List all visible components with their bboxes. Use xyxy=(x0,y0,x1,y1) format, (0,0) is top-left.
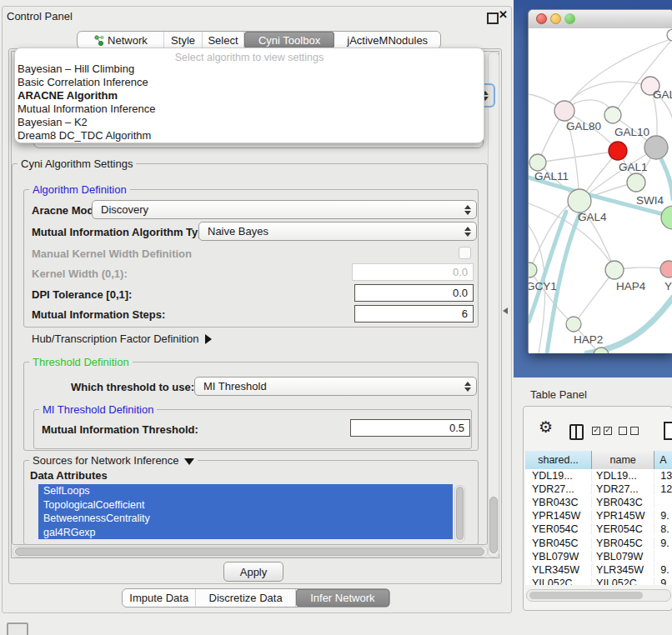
disclosure-right-icon xyxy=(205,334,212,344)
dpi-tolerance-field[interactable]: 0.0 xyxy=(354,284,474,302)
data-attribute-item[interactable]: TopologicalCoefficient xyxy=(38,498,453,512)
table-row[interactable]: YPR145WYPR145W9. xyxy=(525,509,672,522)
settings-vscrollbar[interactable] xyxy=(488,52,499,558)
bottom-left-button[interactable] xyxy=(7,622,28,635)
sources-disclosure[interactable]: Sources for Network Inference xyxy=(29,454,198,467)
network-canvas[interactable]: GAL80GAL10GALGAL1GAL11GAL4SWI4GCY1HAP4YH… xyxy=(529,28,672,353)
window-minimize-light[interactable] xyxy=(550,13,561,24)
sources-title: Sources for Network Inference xyxy=(33,454,179,467)
table-cell: 9. xyxy=(654,538,672,549)
tab-infer-network-label: Infer Network xyxy=(310,592,374,604)
mi-algorithm-type-label: Mutual Information Algorithm Type: xyxy=(32,226,214,238)
network-node[interactable] xyxy=(644,136,668,159)
network-node-y[interactable] xyxy=(660,261,672,278)
control-panel-tabbar: Network Style Select Cyni Toolbox jActiv… xyxy=(77,31,441,49)
manual-kernel-checkbox[interactable] xyxy=(459,247,471,259)
algorithm-option[interactable]: Mutual Information Inference xyxy=(18,102,481,116)
float-window-button[interactable] xyxy=(487,12,499,24)
apply-button[interactable]: Apply xyxy=(223,562,283,582)
tab-jactivemnodules[interactable]: jActiveMNodules xyxy=(334,32,440,48)
tab-discretize-data[interactable]: Discretize Data xyxy=(196,589,295,607)
mi-threshold-label: Mutual Information Threshold: xyxy=(42,423,198,436)
algorithm-option[interactable]: Dream8 DC_TDC Algorithm xyxy=(18,129,481,142)
tab-style[interactable]: Style xyxy=(164,32,203,48)
tab-infer-network[interactable]: Infer Network xyxy=(296,589,389,607)
kernel-width-field[interactable]: 0.0 xyxy=(352,263,474,281)
table-row[interactable]: YIL052CYIL052C9 xyxy=(525,577,672,585)
network-node-gal11[interactable] xyxy=(529,154,546,171)
table-hscrollbar-thumb[interactable] xyxy=(529,592,643,599)
tab-cyni-toolbox[interactable]: Cyni Toolbox xyxy=(244,32,335,48)
table-row[interactable]: YER054CYER054C8. xyxy=(525,522,672,536)
tab-network[interactable]: Network xyxy=(78,32,164,48)
gear-icon[interactable]: ⚙ xyxy=(539,419,553,436)
settings-hscrollbar-thumb[interactable] xyxy=(15,548,484,556)
table-panel-title: Table Panel xyxy=(530,388,587,401)
table-cell: YLR345W xyxy=(592,564,654,576)
mi-steps-label: Mutual Information Steps: xyxy=(32,308,165,321)
network-node[interactable] xyxy=(667,29,672,41)
network-node-gal4[interactable] xyxy=(568,189,591,212)
data-attribute-item[interactable]: SelfLoops xyxy=(38,484,453,498)
attributes-scrollbar-thumb[interactable] xyxy=(456,487,464,540)
panel-collapse-arrow[interactable] xyxy=(503,308,508,314)
table-cell: YIL052C xyxy=(525,578,592,585)
table-row[interactable]: YBR043CYBR043C xyxy=(525,496,672,509)
mi-steps-field[interactable]: 6 xyxy=(354,305,474,322)
deselect-all-icon[interactable] xyxy=(619,427,639,435)
tab-impute-data[interactable]: Impute Data xyxy=(123,589,196,607)
table-row[interactable]: YLR345WYLR345W9. xyxy=(525,563,672,577)
table-panel: ⚙ ✓✓ shared... name A YDL19...YDL19...13… xyxy=(523,406,672,611)
network-node-label: GCY1 xyxy=(529,280,557,292)
dpi-tolerance-label: DPI Tolerance [0,1]: xyxy=(32,288,132,301)
algorithm-option[interactable]: Basic Correlation Inference xyxy=(18,76,481,89)
which-threshold-combobox[interactable]: MI Threshold xyxy=(194,377,477,396)
mi-threshold-field[interactable]: 0.5 xyxy=(350,419,470,437)
network-window-titlebar[interactable] xyxy=(529,10,672,29)
aracne-mode-combobox[interactable]: Discovery xyxy=(92,200,477,219)
settings-hscrollbar[interactable] xyxy=(13,546,488,558)
column-header-shared[interactable]: shared... xyxy=(525,451,592,469)
network-node-gal80[interactable] xyxy=(554,101,574,121)
table-row[interactable]: YDR27...YDR27...12 xyxy=(525,482,672,496)
network-node-label: HAP2 xyxy=(574,333,603,346)
network-view-window: GAL80GAL10GALGAL1GAL11GAL4SWI4GCY1HAP4YH… xyxy=(528,9,672,352)
network-node-gal10[interactable] xyxy=(604,107,621,123)
network-node-gcy1[interactable] xyxy=(529,262,537,278)
network-node-hap2[interactable] xyxy=(566,317,581,332)
table-row[interactable]: YBR045CYBR045C9. xyxy=(525,536,672,549)
tab-select[interactable]: Select xyxy=(203,32,243,48)
table-hscrollbar[interactable] xyxy=(526,589,671,602)
threshold-definition-title: Threshold Definition xyxy=(29,356,133,368)
network-node-hap4[interactable] xyxy=(605,261,624,279)
network-node-swi4[interactable] xyxy=(661,206,672,229)
settings-vscrollbar-thumb[interactable] xyxy=(489,497,498,553)
attributes-scrollbar[interactable] xyxy=(454,485,465,542)
table-row[interactable]: YBL079WYBL079W xyxy=(525,550,672,563)
column-header-partial[interactable]: A xyxy=(654,451,672,469)
network-node-label: GAL xyxy=(653,88,672,101)
algorithm-option[interactable]: Bayesian – Hill Climbing xyxy=(18,62,481,76)
select-all-icon[interactable]: ✓✓ xyxy=(592,427,612,435)
hub-definition-disclosure[interactable]: Hub/Transcription Factor Definition xyxy=(32,332,212,345)
data-attribute-item[interactable]: BetweennessCentrality xyxy=(38,512,453,526)
close-panel-button[interactable]: ✕ xyxy=(499,8,508,21)
algorithm-option[interactable]: ARACNE Algorithm xyxy=(18,89,481,102)
file-icon[interactable] xyxy=(664,422,672,440)
network-node[interactable] xyxy=(609,142,627,160)
table-cell: YER054C xyxy=(592,523,654,535)
window-close-light[interactable] xyxy=(536,13,547,24)
mi-algorithm-type-combobox[interactable]: Naive Bayes xyxy=(198,222,477,241)
column-header-name[interactable]: name xyxy=(592,451,654,469)
data-attribute-item[interactable]: gal4RGexp xyxy=(38,526,453,540)
mi-algorithm-type-value: Naive Bayes xyxy=(208,225,268,238)
tab-jactivemnodules-label: jActiveMNodules xyxy=(347,34,428,47)
columns-icon[interactable] xyxy=(569,424,584,440)
table-row[interactable]: YDL19...YDL19...13 xyxy=(525,469,672,482)
algorithm-option[interactable]: Bayesian – K2 xyxy=(18,116,481,129)
mi-threshold-value: 0.5 xyxy=(449,422,464,434)
network-node-gal1[interactable] xyxy=(627,173,645,192)
table-cell: 8. xyxy=(654,523,672,535)
window-zoom-light[interactable] xyxy=(564,13,575,24)
network-edges-strong xyxy=(529,154,672,353)
